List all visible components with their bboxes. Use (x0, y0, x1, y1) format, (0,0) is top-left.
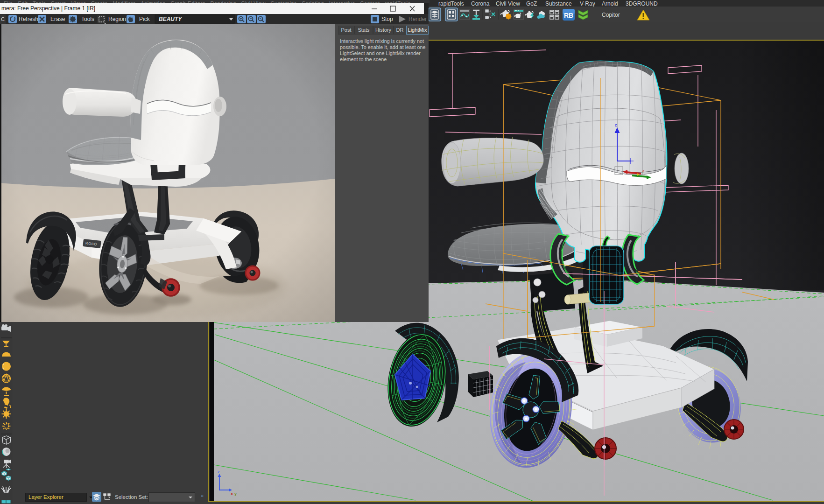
svg-text:Erase: Erase (50, 16, 65, 22)
svg-text:C: C (1, 16, 5, 22)
svg-text:Tools: Tools (81, 16, 94, 22)
svg-text:Refresh: Refresh (19, 16, 38, 22)
svg-text:Region: Region (108, 16, 126, 22)
svg-text:z: z (615, 123, 617, 127)
svg-text:Render: Render (408, 16, 427, 22)
svg-text:RB: RB (564, 12, 573, 19)
svg-text:Stop: Stop (381, 16, 393, 22)
svg-text:BEAUTY: BEAUTY (159, 16, 182, 22)
svg-text:Pick: Pick (139, 16, 150, 22)
svg-text:z: z (218, 469, 220, 474)
svg-text:x: x (642, 168, 644, 173)
svg-text:x: x (231, 491, 233, 496)
svg-text:Copitor: Copitor (602, 12, 620, 18)
svg-text:y: y (234, 491, 237, 496)
